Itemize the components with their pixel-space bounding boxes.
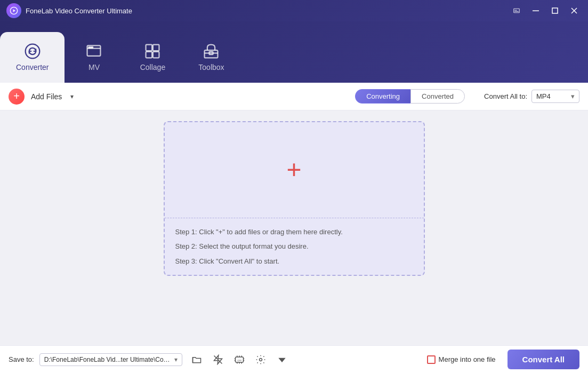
drop-step-3: Step 3: Click "Convert All" to start. xyxy=(175,256,413,267)
bottom-bar: Save to: D:\FoneLab\FoneLab Vid...ter Ul… xyxy=(0,345,588,373)
add-files-dropdown-button[interactable]: ▾ xyxy=(68,92,76,101)
tab-toolbox[interactable]: Toolbox xyxy=(182,32,240,83)
tab-mv-label: MV xyxy=(88,63,100,72)
format-value: MP4 xyxy=(536,92,551,100)
merge-checkbox-group: Merge into one file xyxy=(427,355,496,364)
svg-text:OFF: OFF xyxy=(237,359,242,361)
merge-checkbox[interactable] xyxy=(427,355,436,364)
save-path-select[interactable]: D:\FoneLab\FoneLab Vid...ter Ultimate\Co… xyxy=(39,353,182,366)
save-path-dropdown-arrow: ▾ xyxy=(174,356,178,363)
minimize-button[interactable] xyxy=(528,3,543,18)
tab-converter[interactable]: Converter xyxy=(0,32,65,83)
svg-rect-4 xyxy=(533,11,539,12)
close-button[interactable] xyxy=(567,3,582,18)
app-logo xyxy=(6,3,21,18)
toolbar: + Add Files ▾ Converting Converted Conve… xyxy=(0,83,588,110)
svg-rect-12 xyxy=(91,47,93,48)
svg-rect-13 xyxy=(146,44,152,51)
drop-step-2: Step 2: Select the output format you des… xyxy=(175,241,413,252)
settings-dropdown-button[interactable] xyxy=(273,351,291,369)
app-title: FoneLab Video Converter Ultimate xyxy=(26,7,509,15)
format-select-box[interactable]: MP4 ▾ xyxy=(531,90,579,103)
flash-off-button[interactable] xyxy=(209,351,227,369)
svg-rect-5 xyxy=(552,8,558,13)
svg-point-35 xyxy=(259,358,262,361)
drop-step-1: Step 1: Click "+" to add files or drag t… xyxy=(175,227,413,237)
save-path-text: D:\FoneLab\FoneLab Vid...ter Ultimate\Co… xyxy=(44,356,172,363)
drop-area-instructions: Step 1: Click "+" to add files or drag t… xyxy=(165,218,424,275)
drop-area-plus-zone[interactable]: + xyxy=(165,122,424,218)
save-to-label: Save to: xyxy=(9,355,34,363)
svg-rect-1 xyxy=(514,9,520,13)
format-dropdown-arrow: ▾ xyxy=(571,92,575,100)
window-controls xyxy=(509,3,582,18)
svg-point-8 xyxy=(25,44,39,58)
merge-label: Merge into one file xyxy=(439,355,496,363)
tab-collage-label: Collage xyxy=(140,63,165,72)
converting-converted-switcher: Converting Converted xyxy=(355,89,465,104)
svg-rect-16 xyxy=(153,51,159,58)
convert-all-to-label: Convert All to: xyxy=(484,92,527,100)
tab-collage[interactable]: Collage xyxy=(123,32,182,83)
restore-button[interactable] xyxy=(547,3,562,18)
svg-marker-36 xyxy=(278,358,285,362)
add-files-plus-button[interactable]: + xyxy=(9,89,25,105)
tab-toolbox-label: Toolbox xyxy=(198,63,224,72)
bottom-toolbar-icons: OFF xyxy=(188,351,291,369)
drop-area-container: + Step 1: Click "+" to add files or drag… xyxy=(0,110,588,287)
convert-all-to-group: Convert All to: MP4 ▾ xyxy=(484,90,579,103)
drop-area[interactable]: + Step 1: Click "+" to add files or drag… xyxy=(164,121,425,276)
title-bar: FoneLab Video Converter Ultimate xyxy=(0,0,588,21)
convert-all-button[interactable]: Convert All xyxy=(508,350,579,369)
folder-browse-button[interactable] xyxy=(188,351,206,369)
tab-mv[interactable]: MV xyxy=(65,32,123,83)
captions-button[interactable] xyxy=(509,3,524,18)
converted-tab[interactable]: Converted xyxy=(410,89,465,104)
hardware-accel-button[interactable]: OFF xyxy=(230,351,248,369)
add-files-label: Add Files xyxy=(31,92,62,101)
svg-rect-15 xyxy=(146,51,152,58)
settings-button[interactable] xyxy=(252,351,270,369)
svg-rect-14 xyxy=(153,44,159,51)
drop-plus-icon: + xyxy=(286,157,301,182)
tab-navigation: Converter MV Collage Toolbox xyxy=(0,21,588,83)
tab-converter-label: Converter xyxy=(16,63,49,72)
converting-tab[interactable]: Converting xyxy=(355,89,410,104)
svg-rect-11 xyxy=(89,47,91,48)
